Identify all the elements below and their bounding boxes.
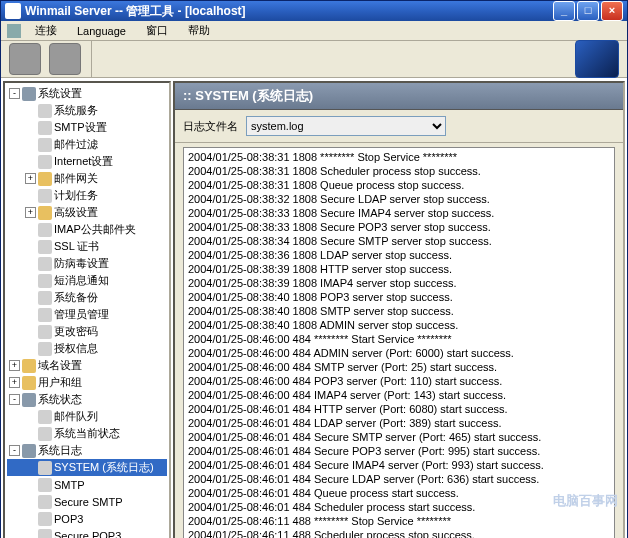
tree-item[interactable]: 系统服务 [7,102,167,119]
gear-icon [22,444,36,458]
toolbar-button-2[interactable] [49,43,81,75]
log-line: 2004/01/25-08:46:00 484 ADMIN server (Po… [188,346,610,360]
page-icon [38,308,52,322]
log-line: 2004/01/25-08:38:40 1808 SMTP server sto… [188,304,610,318]
tree-item[interactable]: 短消息通知 [7,272,167,289]
tree-item[interactable]: Secure POP3 [7,527,167,538]
log-line: 2004/01/25-08:38:40 1808 POP3 server sto… [188,290,610,304]
tree-label: 系统当前状态 [54,426,120,441]
tree-item[interactable]: -系统日志 [7,442,167,459]
tree-label: 更改密码 [54,324,98,339]
log-line: 2004/01/25-08:38:36 1808 LDAP server sto… [188,248,610,262]
log-line: 2004/01/25-08:38:31 1808 Scheduler proce… [188,164,610,178]
tree-label: 系统设置 [38,86,82,101]
tree-item[interactable]: SYSTEM (系统日志) [7,459,167,476]
log-line: 2004/01/25-08:38:34 1808 Secure SMTP ser… [188,234,610,248]
tree-item[interactable]: +高级设置 [7,204,167,221]
tree-item[interactable]: 更改密码 [7,323,167,340]
log-line: 2004/01/25-08:46:11 488 Scheduler proces… [188,528,610,538]
log-line: 2004/01/25-08:46:01 484 Secure LDAP serv… [188,472,610,486]
tree-item[interactable]: POP3 [7,510,167,527]
tree-item[interactable]: 计划任务 [7,187,167,204]
tree-item[interactable]: 管理员管理 [7,306,167,323]
log-line: 2004/01/25-08:38:32 1808 Secure LDAP ser… [188,192,610,206]
menu-language[interactable]: Language [69,23,134,39]
expand-toggle[interactable]: - [9,88,20,99]
tree-item[interactable]: -系统状态 [7,391,167,408]
panel-header: :: SYSTEM (系统日志) [175,83,623,110]
tree-label: 管理员管理 [54,307,109,322]
tree-label: POP3 [54,513,83,525]
expand-toggle[interactable]: + [25,173,36,184]
tree-item[interactable]: 防病毒设置 [7,255,167,272]
close-button[interactable]: × [601,1,623,21]
menu-connect[interactable]: 连接 [27,21,65,40]
tree-label: Internet设置 [54,154,113,169]
page-icon [38,512,52,526]
tree-label: Secure SMTP [54,496,122,508]
tree-item[interactable]: SMTP [7,476,167,493]
folder-icon [22,376,36,390]
tree-label: SSL 证书 [54,239,99,254]
page-icon [38,342,52,356]
tree-item[interactable]: +域名设置 [7,357,167,374]
brand-logo [575,40,619,78]
tree-item[interactable]: Secure SMTP [7,493,167,510]
tree-item[interactable]: SMTP设置 [7,119,167,136]
expand-toggle[interactable]: + [9,377,20,388]
gear-icon [22,87,36,101]
expand-toggle[interactable]: + [9,360,20,371]
folder-icon [22,359,36,373]
expand-toggle[interactable]: - [9,445,20,456]
log-line: 2004/01/25-08:38:40 1808 ADMIN server st… [188,318,610,332]
tree-item[interactable]: 系统备份 [7,289,167,306]
tree-item[interactable]: 邮件过滤 [7,136,167,153]
page-icon [38,495,52,509]
menu-help[interactable]: 帮助 [180,21,218,40]
tree-item[interactable]: IMAP公共邮件夹 [7,221,167,238]
expand-toggle[interactable]: + [25,207,36,218]
main-window: Winmail Server -- 管理工具 - [localhost] _ □… [0,0,628,538]
nav-tree[interactable]: -系统设置系统服务SMTP设置邮件过滤Internet设置+邮件网关计划任务+高… [3,81,171,538]
tree-item[interactable]: +用户和组 [7,374,167,391]
toolbar-button-1[interactable] [9,43,41,75]
tree-label: Secure POP3 [54,530,121,539]
log-line: 2004/01/25-08:38:31 1808 ******** Stop S… [188,150,610,164]
window-title: Winmail Server -- 管理工具 - [localhost] [25,3,553,20]
tree-label: SYSTEM (系统日志) [54,460,154,475]
tree-label: 用户和组 [38,375,82,390]
tree-label: 系统日志 [38,443,82,458]
log-line: 2004/01/25-08:46:01 484 HTTP server (Por… [188,402,610,416]
page-icon [38,274,52,288]
log-line: 2004/01/25-08:38:39 1808 HTTP server sto… [188,262,610,276]
tree-label: 授权信息 [54,341,98,356]
tree-item[interactable]: SSL 证书 [7,238,167,255]
tree-item[interactable]: -系统设置 [7,85,167,102]
log-textarea[interactable]: 2004/01/25-08:38:31 1808 ******** Stop S… [183,147,615,538]
tree-label: 防病毒设置 [54,256,109,271]
page-icon [38,104,52,118]
log-line: 2004/01/25-08:38:39 1808 IMAP4 server st… [188,276,610,290]
page-icon [38,240,52,254]
page-icon [38,257,52,271]
tree-label: 系统服务 [54,103,98,118]
menu-icon [7,24,21,38]
gear-icon [22,393,36,407]
tree-label: 邮件网关 [54,171,98,186]
page-icon [38,427,52,441]
tree-item[interactable]: Internet设置 [7,153,167,170]
minimize-button[interactable]: _ [553,1,575,21]
tree-label: 系统备份 [54,290,98,305]
expand-toggle[interactable]: - [9,394,20,405]
page-icon [38,189,52,203]
tree-item[interactable]: 邮件队列 [7,408,167,425]
menu-window[interactable]: 窗口 [138,21,176,40]
log-line: 2004/01/25-08:46:00 484 POP3 server (Por… [188,374,610,388]
body-area: -系统设置系统服务SMTP设置邮件过滤Internet设置+邮件网关计划任务+高… [1,78,627,538]
tree-item[interactable]: 系统当前状态 [7,425,167,442]
tree-item[interactable]: 授权信息 [7,340,167,357]
logfile-select[interactable]: system.log [246,116,446,136]
tree-item[interactable]: +邮件网关 [7,170,167,187]
tree-label: SMTP设置 [54,120,107,135]
maximize-button[interactable]: □ [577,1,599,21]
